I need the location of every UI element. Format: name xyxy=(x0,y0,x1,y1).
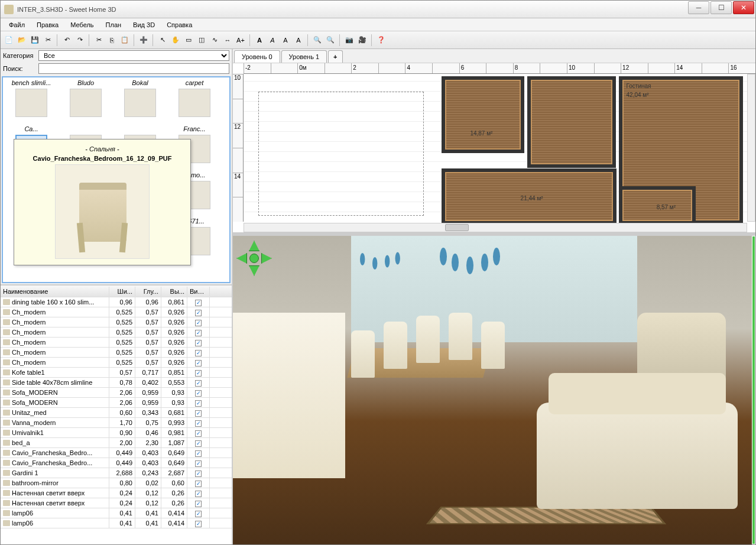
zoom-out-icon[interactable]: 🔍 xyxy=(325,34,336,46)
menu-help[interactable]: Справка xyxy=(161,20,198,30)
select-icon[interactable]: ↖ xyxy=(157,34,168,46)
row-visible-checkbox[interactable]: ✓ xyxy=(195,430,202,437)
row-visible-checkbox[interactable]: ✓ xyxy=(195,400,202,407)
tab-add[interactable]: + xyxy=(328,50,342,63)
table-row[interactable]: Sofa_MODERN2,060,9590,93✓ xyxy=(1,398,232,408)
text-icon[interactable]: A+ xyxy=(235,34,246,46)
prefs-icon[interactable]: ✂ xyxy=(42,34,54,46)
row-visible-checkbox[interactable]: ✓ xyxy=(195,390,202,397)
nav-center-icon[interactable] xyxy=(249,254,259,263)
polyline-icon[interactable]: ∿ xyxy=(209,34,220,46)
room-kitchen[interactable] xyxy=(527,76,616,168)
menu-file[interactable]: Файл xyxy=(3,20,31,30)
row-visible-checkbox[interactable]: ✓ xyxy=(195,300,202,306)
plan-canvas[interactable]: 14,87 м²21,44 м²8,57 м²Гостиная42,04 м² xyxy=(244,74,747,222)
cut-icon[interactable]: ✂ xyxy=(93,34,105,46)
row-visible-checkbox[interactable]: ✓ xyxy=(195,471,202,477)
row-visible-checkbox[interactable]: ✓ xyxy=(195,501,202,507)
table-row[interactable]: Sofa_MODERN2,060,9590,93✓ xyxy=(1,388,232,398)
new-icon[interactable]: 📄 xyxy=(3,34,15,46)
nav-down-icon[interactable] xyxy=(249,265,259,276)
row-visible-checkbox[interactable]: ✓ xyxy=(195,460,202,467)
table-row[interactable]: bed_a2,002,301,087✓ xyxy=(1,438,232,448)
row-visible-checkbox[interactable]: ✓ xyxy=(195,370,202,377)
nav-right-icon[interactable] xyxy=(261,253,272,264)
table-row[interactable]: Unitaz_med0,600,3430,681✓ xyxy=(1,408,232,418)
bold-icon[interactable]: A xyxy=(254,34,265,46)
row-visible-checkbox[interactable]: ✓ xyxy=(195,350,202,356)
view-3d[interactable] xyxy=(233,235,755,544)
save-icon[interactable]: 💾 xyxy=(29,34,41,46)
furniture-catalog[interactable]: bench slimli...BludoBokalcarpetCa...Fran… xyxy=(2,76,231,283)
table-row[interactable]: dining table 160 x 160 slim...0,960,960,… xyxy=(1,297,232,307)
col-height[interactable]: Вы... xyxy=(161,287,187,296)
table-row[interactable]: Vanna_modern1,700,750,993✓ xyxy=(1,418,232,428)
photo-icon[interactable]: 📷 xyxy=(343,34,355,46)
open-icon[interactable]: 📂 xyxy=(16,34,28,46)
table-row[interactable]: Ch_modern0,5250,570,926✓ xyxy=(1,317,232,327)
row-visible-checkbox[interactable]: ✓ xyxy=(195,491,202,497)
row-visible-checkbox[interactable]: ✓ xyxy=(195,360,202,366)
row-visible-checkbox[interactable]: ✓ xyxy=(195,481,202,487)
table-row[interactable]: Настенная светит вверх0,240,120,26✓ xyxy=(1,498,232,508)
tab-level0[interactable]: Уровень 0 xyxy=(234,50,280,63)
nav-up-icon[interactable] xyxy=(249,241,259,251)
plan-view[interactable]: -20м246810121416 101214 14,87 м²21,44 м²… xyxy=(233,63,755,235)
table-row[interactable]: Ch_modern0,5250,570,926✓ xyxy=(1,358,232,368)
row-visible-checkbox[interactable]: ✓ xyxy=(195,320,202,326)
row-visible-checkbox[interactable]: ✓ xyxy=(195,340,202,346)
table-row[interactable]: Ch_modern0,5250,570,926✓ xyxy=(1,348,232,358)
table-row[interactable]: Side table 40x78cm slimline0,780,4020,55… xyxy=(1,378,232,388)
undo-icon[interactable]: ↶ xyxy=(61,34,73,46)
3d-nav-compass[interactable] xyxy=(236,241,272,276)
table-header[interactable]: Наименование Ши... Глу... Вы... Види... xyxy=(1,286,232,297)
size-dn-icon[interactable]: A xyxy=(293,34,304,46)
row-visible-checkbox[interactable]: ✓ xyxy=(195,450,202,457)
menu-edit[interactable]: Правка xyxy=(31,20,64,30)
room-dining[interactable] xyxy=(442,76,524,153)
table-row[interactable]: Cavio_Francheska_Bedro...0,4490,4030,649… xyxy=(1,448,232,458)
search-input[interactable] xyxy=(38,63,229,74)
row-visible-checkbox[interactable]: ✓ xyxy=(195,410,202,417)
menu-furniture[interactable]: Мебель xyxy=(64,20,99,30)
wall-icon[interactable]: ▭ xyxy=(183,34,194,46)
room-icon[interactable]: ◫ xyxy=(196,34,207,46)
paste-icon[interactable]: 📋 xyxy=(119,34,131,46)
redo-icon[interactable]: ↷ xyxy=(74,34,86,46)
furniture-table[interactable]: Наименование Ши... Глу... Вы... Види... … xyxy=(1,284,232,544)
col-width[interactable]: Ши... xyxy=(109,287,135,296)
row-visible-checkbox[interactable]: ✓ xyxy=(195,310,202,316)
table-row[interactable]: Ch_modern0,5250,570,926✓ xyxy=(1,327,232,338)
row-visible-checkbox[interactable]: ✓ xyxy=(195,420,202,427)
table-row[interactable]: lamp060,410,410,414✓ xyxy=(1,518,232,528)
table-row[interactable]: Ch_modern0,5250,570,926✓ xyxy=(1,307,232,317)
table-row[interactable]: Настенная светит вверх0,240,120,26✓ xyxy=(1,488,232,498)
col-visible[interactable]: Види... xyxy=(187,287,210,296)
dimension-icon[interactable]: ↔ xyxy=(222,34,233,46)
table-row[interactable]: bathroom-mirror0,800,020,60✓ xyxy=(1,478,232,488)
plan-scroll-vertical[interactable] xyxy=(747,74,755,222)
col-depth[interactable]: Глу... xyxy=(135,287,161,296)
row-visible-checkbox[interactable]: ✓ xyxy=(195,330,202,336)
catalog-item[interactable]: carpet xyxy=(168,79,221,124)
category-select[interactable]: Все xyxy=(38,50,229,61)
table-row[interactable]: Gardini 12,6880,2432,687✓ xyxy=(1,468,232,478)
table-row[interactable]: lamp060,410,410,414✓ xyxy=(1,508,232,518)
video-icon[interactable]: 🎥 xyxy=(356,34,368,46)
maximize-button[interactable]: ☐ xyxy=(710,1,732,14)
close-button[interactable]: ✕ xyxy=(733,1,754,14)
size-up-icon[interactable]: A xyxy=(280,34,291,46)
col-name[interactable]: Наименование xyxy=(1,287,109,296)
italic-icon[interactable]: A xyxy=(267,34,278,46)
menu-3dview[interactable]: Вид 3D xyxy=(127,20,161,30)
table-row[interactable]: Ch_modern0,5250,570,926✓ xyxy=(1,338,232,348)
minimize-button[interactable]: ─ xyxy=(688,1,709,14)
add-furniture-icon[interactable]: ➕ xyxy=(138,34,150,46)
row-visible-checkbox[interactable]: ✓ xyxy=(195,521,202,527)
row-visible-checkbox[interactable]: ✓ xyxy=(195,511,202,517)
plan-scroll-horizontal[interactable] xyxy=(244,223,747,232)
row-visible-checkbox[interactable]: ✓ xyxy=(195,380,202,387)
pan-icon[interactable]: ✋ xyxy=(170,34,181,46)
table-row[interactable]: Umivalnik10,900,460,981✓ xyxy=(1,428,232,438)
3d-scrollbar[interactable] xyxy=(752,236,755,544)
